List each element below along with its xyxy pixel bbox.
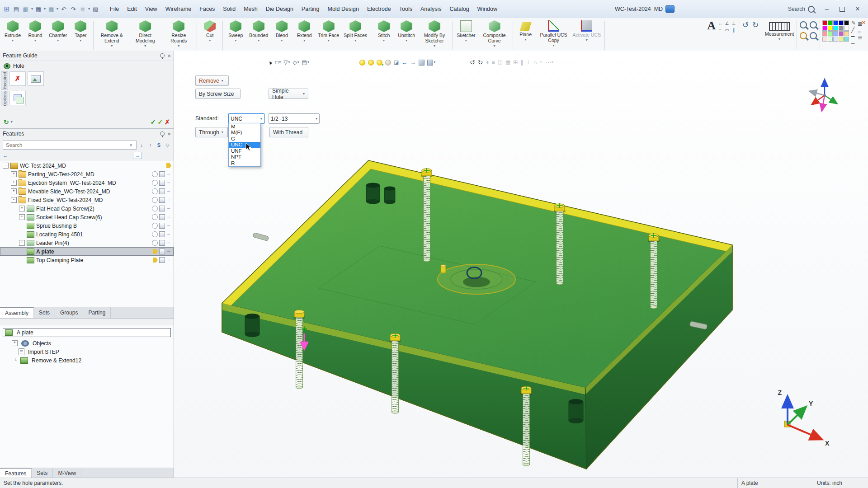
color-swatch[interactable]: [844, 37, 849, 42]
selection-tool-icon[interactable]: [267, 58, 274, 67]
expander-icon[interactable]: +: [11, 180, 17, 186]
color-swatch[interactable]: [828, 31, 833, 36]
edit-tool-icon[interactable]: [533, 58, 538, 67]
apply-icon[interactable]: [158, 118, 163, 126]
menu-item[interactable]: Mold Design: [323, 4, 363, 14]
ribbon-button[interactable]: Stitch: [373, 19, 395, 52]
history-forward-icon[interactable]: [133, 152, 142, 159]
scroll-up-icon[interactable]: [147, 142, 154, 148]
measurement-button[interactable]: Measurement: [763, 18, 796, 51]
edit-tool-icon[interactable]: [469, 58, 476, 67]
eye-icon[interactable]: [152, 197, 158, 203]
display-tool-icon[interactable]: [426, 58, 436, 67]
apply-repeat-icon[interactable]: [4, 118, 9, 126]
expander-icon[interactable]: -: [11, 197, 17, 203]
color-swatch[interactable]: [839, 20, 844, 25]
zoom-window-icon[interactable]: [809, 20, 818, 30]
ribbon-button[interactable]: Sweep: [225, 19, 246, 52]
color-swatch[interactable]: [839, 31, 844, 36]
eye-icon[interactable]: [152, 223, 158, 229]
expander-icon[interactable]: [19, 257, 25, 263]
tree-item[interactable]: + Flat Head Cap Screw(2): [0, 204, 174, 213]
eye-icon[interactable]: [152, 206, 158, 211]
arrow-icon[interactable]: [166, 180, 171, 185]
dropdown-option[interactable]: UNC: [229, 142, 260, 148]
menu-item[interactable]: Parting: [297, 4, 324, 14]
clear-search-icon[interactable]: [127, 142, 134, 148]
tree-tab[interactable]: Parting: [83, 307, 111, 318]
color-swatch[interactable]: [822, 26, 827, 31]
cancel-icon[interactable]: [165, 118, 170, 126]
menu-item[interactable]: View: [141, 4, 161, 14]
ribbon-button[interactable]: Composite Curve: [478, 19, 511, 52]
ribbon-button[interactable]: Trim Face: [316, 19, 341, 52]
hole-type-dropdown[interactable]: Simple Hole: [269, 89, 308, 99]
boolean-mode-dropdown[interactable]: Remove: [195, 75, 229, 86]
box-icon[interactable]: [159, 171, 165, 177]
box-icon[interactable]: [159, 223, 165, 229]
chevron-down-icon[interactable]: [88, 7, 90, 11]
required-input-cell[interactable]: [9, 71, 26, 86]
tree-item[interactable]: Sprue Bushing B: [0, 221, 174, 230]
inspect-icon[interactable]: [799, 31, 808, 41]
color-swatch[interactable]: [833, 31, 838, 36]
color-swatch[interactable]: [828, 26, 833, 31]
tree-item[interactable]: A plate: [0, 247, 174, 256]
tree-item[interactable]: + Ejection System_WC-Test-2024_MD: [0, 178, 174, 187]
expander-icon[interactable]: +: [11, 171, 17, 177]
edit-tool-icon[interactable]: [525, 58, 531, 67]
size-combo[interactable]: 1/2 -13: [269, 113, 320, 124]
ribbon-button[interactable]: Plane: [515, 19, 537, 52]
tree-item[interactable]: Locating Ring 4501: [0, 230, 174, 239]
menu-item[interactable]: Wireframe: [161, 4, 196, 14]
ribbon-button[interactable]: Cut: [199, 19, 221, 52]
options-tab[interactable]: Options: [1, 91, 8, 107]
ribbon-button[interactable]: Blend: [271, 19, 292, 52]
edit-tool-icon[interactable]: [485, 58, 490, 67]
display-tool-icon[interactable]: [376, 58, 383, 67]
perp-dim-icon[interactable]: ⊥: [731, 20, 737, 26]
ribbon-button[interactable]: Resize Rounds: [162, 19, 195, 52]
color-swatch[interactable]: [839, 37, 844, 42]
box-icon[interactable]: [159, 214, 165, 220]
line-width-icon[interactable]: ━: [851, 34, 856, 40]
rotate-ccw-icon[interactable]: ↺: [741, 20, 750, 30]
dropdown-option[interactable]: UNF: [229, 148, 260, 154]
chevron-down-icon[interactable]: [31, 7, 33, 11]
standard-combo[interactable]: UNC: [228, 113, 264, 124]
undo-icon[interactable]: [60, 5, 68, 13]
box-icon[interactable]: [159, 197, 165, 203]
line-type-icon[interactable]: ┅: [851, 41, 856, 47]
expander-icon[interactable]: +: [12, 340, 18, 346]
expander-icon[interactable]: [19, 223, 25, 229]
angle-dim-icon[interactable]: ∠: [724, 20, 730, 26]
expander-icon[interactable]: +: [11, 188, 17, 194]
edit-tool-icon[interactable]: [491, 58, 495, 67]
display-tool-icon[interactable]: [401, 58, 408, 67]
menu-item[interactable]: Electrode: [363, 4, 395, 14]
ribbon-button[interactable]: Extrude: [2, 19, 24, 52]
tree-item[interactable]: - WC-Test-2024_MD: [0, 161, 174, 170]
eye-icon[interactable]: [152, 171, 158, 177]
edit-tool-icon[interactable]: [519, 58, 524, 67]
history-item[interactable]: Remove & Extend12: [0, 356, 174, 365]
close-button[interactable]: [850, 3, 865, 15]
color-swatch[interactable]: [828, 37, 833, 42]
required-tab[interactable]: Required: [1, 71, 8, 90]
edit-tool-icon[interactable]: [477, 58, 484, 67]
save-icon[interactable]: [34, 5, 42, 13]
history-back-icon[interactable]: [3, 152, 8, 159]
eye-icon[interactable]: [152, 180, 158, 186]
zoom-icon[interactable]: [799, 20, 808, 30]
color-swatch[interactable]: [822, 37, 827, 42]
arrow-icon[interactable]: [166, 172, 171, 177]
dropdown-option[interactable]: G: [229, 136, 260, 142]
display-tool-icon[interactable]: [359, 58, 366, 67]
arrow-icon[interactable]: [166, 215, 171, 220]
ribbon-button[interactable]: Modify By Sketcher: [418, 19, 451, 52]
tag-icon[interactable]: [153, 249, 158, 254]
minimize-button[interactable]: [819, 3, 835, 15]
expander-icon[interactable]: +: [19, 240, 25, 246]
eye-icon[interactable]: [152, 231, 158, 237]
box-icon[interactable]: [159, 257, 165, 263]
